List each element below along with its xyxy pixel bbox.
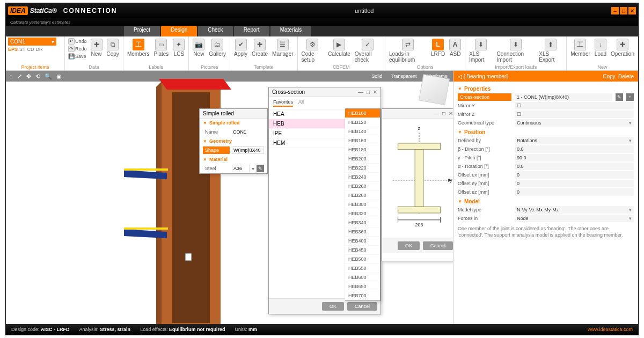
list-item[interactable]: HEB360 <box>345 227 380 237</box>
list-item[interactable]: HEB650 <box>345 282 380 291</box>
loads-eq-button[interactable]: ⇄Loads in equilibrium <box>387 38 428 64</box>
tab-materials[interactable]: Materials <box>270 26 312 36</box>
list-item[interactable]: HEB280 <box>345 191 380 200</box>
section-properties[interactable]: ▼Properties <box>458 84 634 93</box>
section-material[interactable]: ▼Material <box>200 155 267 164</box>
lcs-button[interactable]: ✦LCS <box>171 38 186 58</box>
preview-ok-button[interactable]: OK <box>398 241 420 250</box>
offz-value[interactable]: 0 <box>515 188 634 196</box>
section-model[interactable]: ▼Model <box>458 196 634 205</box>
cs-cancel-button[interactable]: Cancel <box>347 302 377 311</box>
cs-min-icon[interactable]: — <box>358 89 363 95</box>
mirrory-checkbox[interactable]: ☐ <box>515 102 634 109</box>
tab-design[interactable]: Design <box>161 26 197 36</box>
cs-ok-button[interactable]: OK <box>322 302 344 311</box>
subtab-dr[interactable]: DR <box>36 47 43 52</box>
list-item[interactable]: HEB450 <box>345 246 380 255</box>
add-icon[interactable]: + <box>626 93 634 101</box>
list-item[interactable]: HEB320 <box>345 209 380 218</box>
geom-type-value[interactable]: Continuous <box>515 119 634 127</box>
close-button[interactable]: ✕ <box>628 7 636 14</box>
view-transparent[interactable]: Transparent <box>389 74 419 79</box>
minimize-button[interactable]: – <box>611 7 619 14</box>
plates-button[interactable]: ▭Plates <box>152 38 171 58</box>
forces-in-value[interactable]: Node <box>515 215 634 222</box>
list-item[interactable]: HEB200 <box>345 155 380 164</box>
list-item[interactable]: HEB180 <box>345 145 380 155</box>
xls-import-button[interactable]: ⬇XLS Import <box>467 38 494 64</box>
section-simple-rolled[interactable]: ▼Simple rolled <box>200 119 267 127</box>
defined-by-value[interactable]: Rotations <box>515 137 634 144</box>
gamma-value[interactable]: 90.0 <box>515 154 634 161</box>
list-item[interactable]: HEB140 <box>345 127 380 136</box>
preview-cancel-button[interactable]: Cancel <box>423 241 453 250</box>
undo-button[interactable]: ↶Undo <box>67 38 88 45</box>
shape-value[interactable]: W(Imp)8X40 <box>232 146 264 154</box>
perspective-icon[interactable]: ◉ <box>56 73 62 80</box>
list-item[interactable]: HEB240 <box>345 173 380 182</box>
cross-section-value[interactable]: 1 - CON1 (W(Imp)8X40) <box>515 93 612 101</box>
subtab-st[interactable]: ST <box>19 47 26 52</box>
steel-value[interactable]: A36 <box>232 165 250 172</box>
list-item[interactable]: HEB260 <box>345 182 380 191</box>
subtab-cd[interactable]: CD <box>27 47 34 52</box>
save-button[interactable]: 💾Save <box>67 53 88 60</box>
redo-button[interactable]: ↷Redo <box>67 45 88 53</box>
cs-close-icon[interactable]: ✕ <box>373 89 377 95</box>
pan-icon[interactable]: ✥ <box>26 73 31 80</box>
name-value[interactable]: CON1 <box>232 129 264 135</box>
home-icon[interactable]: ⌂ <box>9 73 13 79</box>
list-item[interactable]: HEB400 <box>345 237 380 246</box>
section-geometry[interactable]: ▼Geometry <box>200 137 267 145</box>
section-position[interactable]: ▼Position <box>458 127 634 136</box>
edit-icon[interactable]: ✎ <box>257 165 264 172</box>
model-type-value[interactable]: N-Vy-Vz-Mx-My-Mz <box>515 206 634 214</box>
overall-check-button[interactable]: ✓Overall check <box>353 38 383 64</box>
new-button[interactable]: ✚New <box>89 38 104 58</box>
rotate-icon[interactable]: ⟲ <box>35 73 40 80</box>
list-item[interactable]: HEB700 <box>345 291 380 300</box>
list-item[interactable]: HEB220 <box>345 164 380 173</box>
list-item[interactable]: HEB160 <box>345 136 380 145</box>
manager-button[interactable]: ☰Manager <box>270 38 295 58</box>
delete-link[interactable]: Delete <box>618 74 634 79</box>
list-item[interactable]: HEB100 <box>345 109 380 118</box>
calculate-button[interactable]: ▶Calculate <box>326 38 352 58</box>
alpha-value[interactable]: 0.0 <box>515 163 634 170</box>
offy-value[interactable]: 0 <box>515 180 634 187</box>
pv-close-icon[interactable]: ✕ <box>449 111 453 116</box>
zoom-extents-icon[interactable]: ⤢ <box>17 73 22 80</box>
maximize-button[interactable]: □ <box>620 7 627 14</box>
cs-tab-favorites[interactable]: Favorites <box>273 99 293 107</box>
tab-check[interactable]: Check <box>198 26 232 36</box>
list-item[interactable]: HEB600 <box>345 273 380 282</box>
asd-button[interactable]: AASD <box>448 38 463 58</box>
copy-link[interactable]: Copy <box>603 74 615 79</box>
create-button[interactable]: ✚Create <box>250 38 269 58</box>
new-load-button[interactable]: ↓Load <box>593 38 608 58</box>
xls-export-button[interactable]: ⬆XLS Export <box>537 38 564 64</box>
cs-max-icon[interactable]: □ <box>367 89 370 95</box>
list-item[interactable]: HEB550 <box>345 264 380 273</box>
list-item[interactable]: HEB340 <box>345 218 380 227</box>
nav-cube[interactable] <box>419 74 450 105</box>
offx-value[interactable]: 0 <box>515 171 634 179</box>
website-link[interactable]: www.ideastatica.com <box>588 327 633 332</box>
copy-button[interactable]: ⧉Copy <box>105 38 121 58</box>
list-item[interactable]: HEB500 <box>345 255 380 264</box>
pv-min-icon[interactable]: — <box>434 111 439 116</box>
new-member-button[interactable]: 工Member <box>569 38 592 58</box>
project-item-dropdown[interactable]: CON1▾ <box>8 38 56 46</box>
gallery-button[interactable]: 🗂Gallery <box>207 38 228 58</box>
list-item[interactable]: HEB300 <box>345 200 380 209</box>
members-button[interactable]: 工Members <box>126 38 151 58</box>
code-setup-button[interactable]: ⚙Code setup <box>300 38 326 64</box>
viewport-3d[interactable]: ⌂ ⤢ ✥ ⟲ 🔍 ◉ Solid Transparent Wireframe <box>6 71 453 324</box>
mirrorz-checkbox[interactable]: ☐ <box>515 111 634 118</box>
conn-import-button[interactable]: ⬇Connection Import <box>495 38 537 64</box>
zoom-icon[interactable]: 🔍 <box>45 73 52 80</box>
list-item[interactable]: HEB120 <box>345 118 380 127</box>
lrfd-button[interactable]: LLRFD <box>429 38 447 58</box>
pv-max-icon[interactable]: □ <box>442 111 445 116</box>
apply-button[interactable]: ✔Apply <box>232 38 249 58</box>
